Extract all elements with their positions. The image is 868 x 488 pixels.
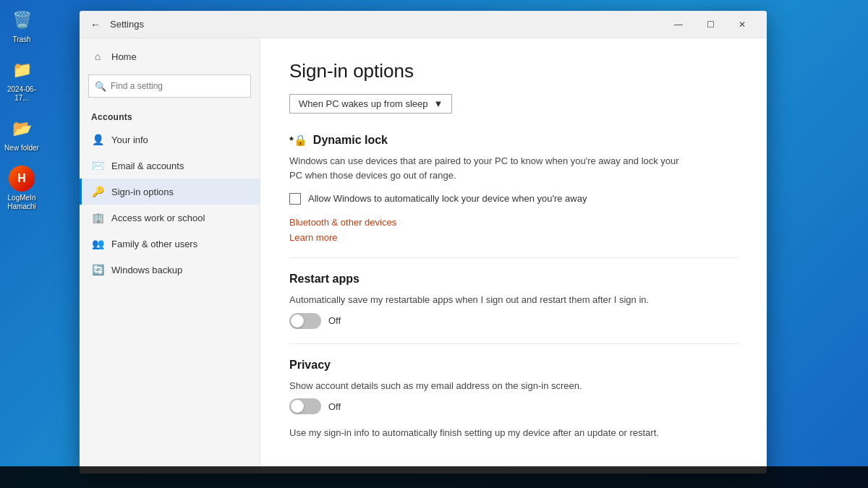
restart-apps-toggle-row: Off [289, 313, 738, 329]
family-icon: 👥 [91, 237, 104, 250]
auto-lock-checkbox[interactable] [289, 193, 301, 205]
sidebar-home-item[interactable]: ⌂ Home [80, 44, 260, 69]
dropdown-chevron-icon: ▼ [433, 98, 443, 109]
restart-apps-toggle-knob [291, 314, 304, 328]
restart-apps-description: Automatically save my restartable apps w… [289, 293, 694, 307]
restart-apps-toggle[interactable] [289, 313, 321, 329]
sidebar-item-email-accounts[interactable]: ✉️ Email & accounts [80, 153, 260, 179]
your-info-icon: 👤 [91, 133, 104, 146]
home-icon: ⌂ [91, 50, 104, 63]
learn-more-link[interactable]: Learn more [289, 232, 738, 243]
sidebar-item-access-work-label: Access work or school [111, 213, 205, 223]
privacy-title-text: Privacy [289, 359, 331, 372]
new-folder-label: New folder [4, 144, 39, 153]
search-box[interactable]: 🔍 [88, 74, 251, 98]
sidebar: ⌂ Home 🔍 Accounts 👤 Your info ✉️ Email &… [80, 38, 260, 474]
minimize-button[interactable]: — [663, 11, 694, 38]
desktop-icon-folder[interactable]: 📁 2024-06-17... [4, 57, 40, 103]
sidebar-item-your-info-label: Your info [111, 134, 148, 145]
logmein-label: LogMeIn Hamachi [4, 194, 40, 211]
dynamic-lock-title-text: Dynamic lock [313, 134, 388, 147]
privacy-toggle-1-knob [291, 400, 304, 413]
folder-label: 2024-06-17... [4, 85, 40, 103]
trash-label: Trash [12, 35, 30, 44]
search-input[interactable] [111, 81, 244, 91]
privacy-section-title: Privacy [289, 359, 738, 372]
sidebar-section-title: Accounts [80, 106, 260, 127]
privacy-toggle-row-1: Off [289, 398, 738, 414]
desktop-icon-trash[interactable]: 🗑️ Trash [4, 7, 40, 44]
bluetooth-link[interactable]: Bluetooth & other devices [289, 217, 738, 228]
sidebar-item-family-other[interactable]: 👥 Family & other users [80, 231, 260, 257]
sidebar-item-windows-backup[interactable]: 🔄 Windows backup [80, 257, 260, 283]
window-title: Settings [110, 19, 663, 30]
desktop-icon-logmein[interactable]: H LogMeIn Hamachi [4, 166, 40, 211]
desktop: 🗑️ Trash 📁 2024-06-17... 📂 New folder H … [0, 0, 868, 488]
restart-apps-section-title: Restart apps [289, 273, 738, 286]
sidebar-item-access-work-school[interactable]: 🏢 Access work or school [80, 205, 260, 231]
sidebar-item-backup-label: Windows backup [111, 265, 182, 275]
sign-in-icon: 🔑 [91, 185, 104, 198]
sidebar-item-family-label: Family & other users [111, 239, 197, 249]
logmein-icon: H [9, 166, 35, 192]
window-body: ⌂ Home 🔍 Accounts 👤 Your info ✉️ Email &… [80, 38, 767, 474]
privacy-description-1: Show account details such as my email ad… [289, 379, 694, 393]
close-button[interactable]: ✕ [726, 11, 758, 38]
privacy-toggle-1[interactable] [289, 398, 321, 414]
folder-icon: 📁 [9, 57, 35, 83]
page-title: Sign-in options [289, 60, 738, 82]
divider-2 [289, 343, 738, 344]
main-content: Sign-in options When PC wakes up from sl… [260, 38, 767, 474]
privacy-toggle-1-label: Off [328, 401, 341, 412]
trash-icon: 🗑️ [9, 7, 35, 33]
sidebar-item-your-info[interactable]: 👤 Your info [80, 127, 260, 153]
restore-button[interactable]: ☐ [694, 11, 726, 38]
access-work-icon: 🏢 [91, 211, 104, 224]
settings-window: ← Settings — ☐ ✕ ⌂ Home 🔍 Accounts [80, 11, 767, 474]
search-icon: 🔍 [95, 81, 106, 92]
desktop-icons-container: 🗑️ Trash 📁 2024-06-17... 📂 New folder H … [0, 0, 43, 218]
divider-1 [289, 257, 738, 258]
sidebar-item-sign-in-options[interactable]: 🔑 Sign-in options [80, 179, 260, 205]
dynamic-lock-icon: *🔒 [289, 134, 307, 147]
auto-lock-checkbox-label: Allow Windows to automatically lock your… [308, 192, 587, 205]
backup-icon: 🔄 [91, 263, 104, 276]
sidebar-item-sign-in-label: Sign-in options [111, 187, 174, 197]
privacy-description-2: Use my sign-in info to automatically fin… [289, 426, 694, 440]
window-controls: — ☐ ✕ [663, 11, 758, 38]
sleep-dropdown[interactable]: When PC wakes up from sleep ▼ [289, 94, 452, 114]
restart-apps-title-text: Restart apps [289, 273, 359, 286]
desktop-icon-new-folder[interactable]: 📂 New folder [4, 116, 40, 153]
sidebar-home-label: Home [111, 51, 137, 62]
dynamic-lock-description: Windows can use devices that are paired … [289, 154, 694, 182]
sidebar-item-email-accounts-label: Email & accounts [111, 160, 184, 171]
restart-apps-toggle-label: Off [328, 315, 341, 326]
dynamic-lock-section-title: *🔒 Dynamic lock [289, 134, 738, 147]
title-bar: ← Settings — ☐ ✕ [80, 11, 767, 38]
email-accounts-icon: ✉️ [91, 159, 104, 172]
taskbar [0, 466, 868, 488]
back-button[interactable]: ← [88, 17, 103, 32]
sleep-dropdown-label: When PC wakes up from sleep [299, 98, 427, 109]
new-folder-icon: 📂 [9, 116, 35, 142]
auto-lock-checkbox-row: Allow Windows to automatically lock your… [289, 192, 738, 205]
